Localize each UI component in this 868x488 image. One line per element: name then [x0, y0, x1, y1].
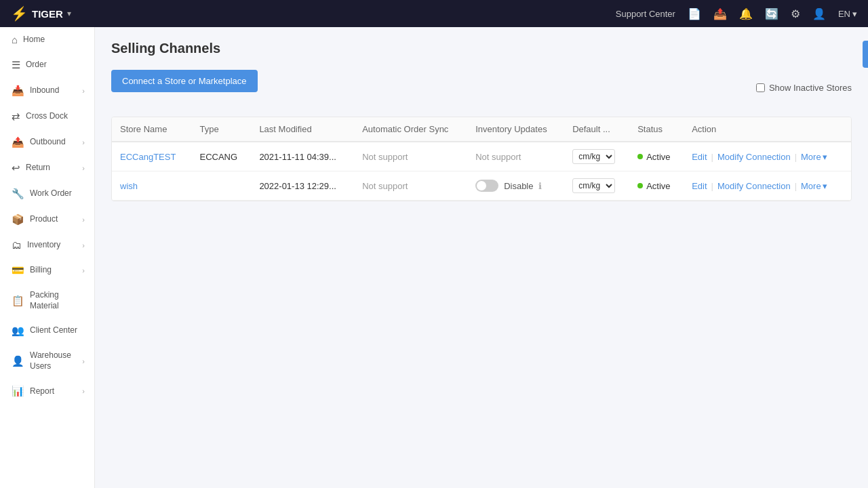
- billing-icon: 💳: [12, 264, 24, 277]
- bell-icon[interactable]: 🔔: [739, 7, 753, 20]
- warehouse-users-icon: 👤: [12, 355, 24, 367]
- lang-label: EN: [838, 9, 850, 19]
- more-link-0[interactable]: More ▾: [801, 152, 827, 162]
- sidebar-item-outbound[interactable]: 📤 Outbound ›: [0, 129, 94, 155]
- status-dot-0: [637, 154, 643, 159]
- col-header-auto_order_sync: Automatic Order Sync: [354, 117, 467, 142]
- col-header-last_modified: Last Modified: [251, 117, 354, 142]
- inventory-toggle-label-1: Disable: [504, 181, 533, 191]
- lang-caret-icon: ▾: [852, 9, 857, 19]
- sidebar-item-billing[interactable]: 💳 Billing ›: [0, 258, 94, 283]
- connect-store-button[interactable]: Connect a Store or Marketplace: [111, 70, 258, 92]
- sidebar-item-order[interactable]: ☰ Order: [0, 52, 94, 78]
- action-0: Edit | Modify Connection | More ▾: [684, 142, 851, 171]
- col-header-action: Action: [684, 117, 851, 142]
- refresh-icon[interactable]: 🔄: [765, 7, 778, 20]
- sidebar: ⌂ Home ☰ Order 📥 Inbound › ⇄ Cross Dock …: [0, 27, 95, 488]
- sep2-1: |: [795, 181, 797, 191]
- app-name: TIGER: [32, 8, 63, 20]
- sidebar-item-work-order[interactable]: 🔧 Work Order: [0, 181, 94, 207]
- home-icon: ⌂: [12, 34, 18, 45]
- col-header-default: Default ...: [564, 117, 629, 142]
- sidebar-label-warehouse-users: Warehouse Users: [30, 350, 77, 371]
- show-inactive-checkbox[interactable]: [756, 83, 765, 92]
- default-1: cm/kg: [564, 171, 629, 201]
- packing-material-icon: 📋: [12, 295, 24, 307]
- language-selector[interactable]: EN ▾: [838, 9, 857, 19]
- sidebar-label-work-order: Work Order: [30, 188, 72, 199]
- store-name-0: ECCangTEST: [112, 142, 191, 171]
- inventory-toggle-1[interactable]: [475, 180, 498, 192]
- modify-connection-link-1[interactable]: Modify Connection: [717, 181, 791, 191]
- default-select-0[interactable]: cm/kg: [572, 149, 615, 164]
- inbound-icon: 📥: [12, 85, 24, 97]
- inventory-info-icon-1[interactable]: ℹ: [538, 181, 542, 191]
- sidebar-item-return[interactable]: ↩ Return ›: [0, 155, 94, 181]
- table-header-row: Store NameTypeLast ModifiedAutomatic Ord…: [112, 117, 851, 142]
- user-icon[interactable]: 👤: [812, 7, 826, 20]
- last-modified-0: 2021-11-11 04:39...: [251, 142, 354, 171]
- main-content: Selling Channels Connect a Store or Mark…: [95, 27, 868, 488]
- layout: ⌂ Home ☰ Order 📥 Inbound › ⇄ Cross Dock …: [0, 27, 868, 488]
- inbound-caret-icon: ›: [82, 87, 85, 95]
- edit-link-0[interactable]: Edit: [692, 152, 707, 162]
- sidebar-item-warehouse-users[interactable]: 👤 Warehouse Users ›: [0, 344, 94, 378]
- right-accent-bar: [863, 41, 868, 68]
- edit-link-1[interactable]: Edit: [692, 181, 707, 191]
- sidebar-label-return: Return: [26, 163, 50, 174]
- col-header-store_name: Store Name: [112, 117, 191, 142]
- sidebar-label-cross-dock: Cross Dock: [26, 111, 68, 122]
- app-name-caret-icon[interactable]: ▾: [67, 9, 71, 18]
- settings-icon[interactable]: ⚙: [791, 7, 800, 20]
- col-header-type: Type: [191, 117, 251, 142]
- sidebar-label-inventory: Inventory: [27, 240, 60, 251]
- show-inactive-stores: Show Inactive Stores: [756, 83, 852, 93]
- sidebar-item-report[interactable]: 📊 Report ›: [0, 378, 94, 404]
- return-icon: ↩: [12, 162, 20, 174]
- more-caret-icon-1: ▾: [823, 181, 827, 191]
- default-select-1[interactable]: cm/kg: [572, 178, 615, 193]
- work-order-icon: 🔧: [12, 188, 24, 200]
- sidebar-item-inbound[interactable]: 📥 Inbound ›: [0, 78, 94, 104]
- store-name-1: wish: [112, 171, 191, 201]
- auto-order-sync-1: Not support: [354, 171, 467, 201]
- sidebar-item-cross-dock[interactable]: ⇄ Cross Dock: [0, 104, 94, 129]
- sep1-1: |: [711, 181, 713, 191]
- inventory-updates-1: Disable ℹ: [467, 171, 564, 201]
- modify-connection-link-0[interactable]: Modify Connection: [717, 152, 791, 162]
- more-caret-icon-0: ▾: [823, 152, 827, 162]
- show-inactive-label: Show Inactive Stores: [769, 83, 852, 93]
- more-link-1[interactable]: More ▾: [801, 181, 827, 191]
- topbar-actions: Support Center 📄 📤 🔔 🔄 ⚙ 👤 EN ▾: [616, 7, 857, 20]
- last-modified-1: 2022-01-13 12:29...: [251, 171, 354, 201]
- upload-icon[interactable]: 📤: [713, 7, 727, 20]
- action-1: Edit | Modify Connection | More ▾: [684, 171, 851, 201]
- support-center-link[interactable]: Support Center: [616, 9, 675, 19]
- document-icon[interactable]: 📄: [688, 7, 701, 20]
- status-label-0: Active: [646, 152, 670, 162]
- tiger-logo-icon: ⚡: [11, 5, 28, 22]
- sidebar-item-inventory[interactable]: 🗂 Inventory ›: [0, 232, 94, 258]
- page-title: Selling Channels: [111, 41, 852, 56]
- cross-dock-icon: ⇄: [12, 110, 20, 123]
- sidebar-label-product: Product: [30, 214, 58, 225]
- sidebar-item-packing-material[interactable]: 📋 Packing Material: [0, 283, 94, 318]
- status-0: Active: [629, 142, 684, 171]
- return-caret-icon: ›: [82, 164, 85, 172]
- sep1-0: |: [711, 152, 713, 162]
- type-0: ECCANG: [191, 142, 251, 171]
- sidebar-label-report: Report: [30, 386, 54, 397]
- warehouse-users-caret-icon: ›: [82, 357, 85, 365]
- report-caret-icon: ›: [82, 387, 85, 395]
- client-center-icon: 👥: [12, 325, 24, 337]
- sidebar-item-product[interactable]: 📦 Product ›: [0, 207, 94, 232]
- sidebar-item-client-center[interactable]: 👥 Client Center: [0, 318, 94, 344]
- sidebar-label-packing-material: Packing Material: [30, 290, 85, 311]
- inventory-updates-0: Not support: [467, 142, 564, 171]
- sidebar-label-inbound: Inbound: [30, 85, 59, 96]
- sidebar-label-outbound: Outbound: [30, 137, 66, 148]
- sidebar-item-home[interactable]: ⌂ Home: [0, 27, 94, 52]
- product-icon: 📦: [12, 214, 24, 226]
- table-row: ECCangTESTECCANG2021-11-11 04:39...Not s…: [112, 142, 851, 171]
- outbound-icon: 📤: [12, 136, 24, 148]
